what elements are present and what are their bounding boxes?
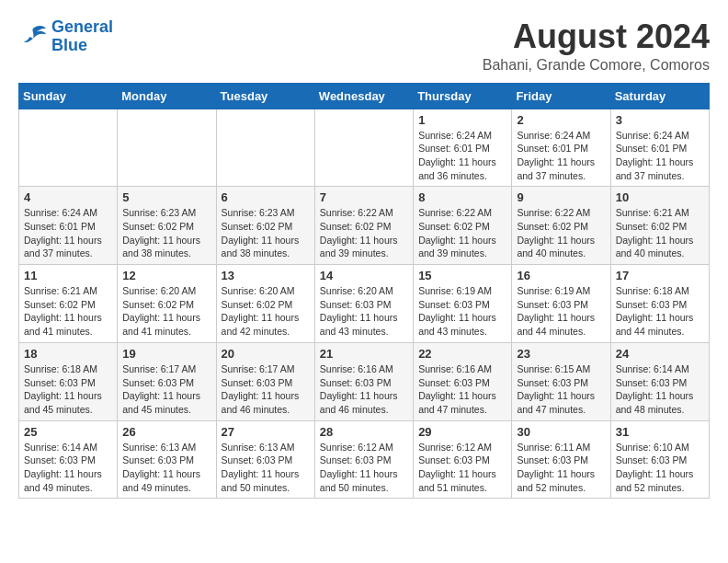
day-detail: Sunrise: 6:24 AM Sunset: 6:01 PM Dayligh… — [418, 129, 506, 183]
calendar-cell: 4Sunrise: 6:24 AM Sunset: 6:01 PM Daylig… — [19, 187, 118, 265]
column-header-friday: Friday — [512, 83, 610, 109]
column-header-thursday: Thursday — [414, 83, 512, 109]
calendar-cell: 1Sunrise: 6:24 AM Sunset: 6:01 PM Daylig… — [414, 109, 512, 187]
day-number: 31 — [616, 425, 704, 439]
calendar-cell: 15Sunrise: 6:19 AM Sunset: 6:03 PM Dayli… — [414, 265, 512, 343]
title-block: August 2024 Bahani, Grande Comore, Comor… — [483, 18, 710, 74]
day-detail: Sunrise: 6:17 AM Sunset: 6:03 PM Dayligh… — [122, 362, 210, 417]
calendar-week-row: 4Sunrise: 6:24 AM Sunset: 6:01 PM Daylig… — [19, 187, 710, 265]
column-header-sunday: Sunday — [19, 83, 118, 109]
calendar-cell: 28Sunrise: 6:12 AM Sunset: 6:03 PM Dayli… — [314, 420, 413, 499]
logo-bird-icon — [18, 22, 48, 52]
calendar-cell: 26Sunrise: 6:13 AM Sunset: 6:03 PM Dayli… — [118, 420, 216, 499]
calendar-cell — [216, 109, 314, 187]
day-detail: Sunrise: 6:16 AM Sunset: 6:03 PM Dayligh… — [320, 362, 408, 417]
calendar-cell: 25Sunrise: 6:14 AM Sunset: 6:03 PM Dayli… — [19, 420, 118, 499]
day-number: 21 — [320, 347, 408, 361]
day-number: 26 — [122, 425, 210, 439]
calendar-cell: 24Sunrise: 6:14 AM Sunset: 6:03 PM Dayli… — [610, 342, 709, 420]
calendar-week-row: 1Sunrise: 6:24 AM Sunset: 6:01 PM Daylig… — [19, 109, 710, 187]
day-number: 6 — [222, 190, 310, 204]
calendar-cell — [19, 109, 118, 187]
day-detail: Sunrise: 6:20 AM Sunset: 6:02 PM Dayligh… — [122, 284, 210, 339]
day-detail: Sunrise: 6:22 AM Sunset: 6:02 PM Dayligh… — [418, 206, 506, 260]
day-number: 23 — [517, 347, 605, 361]
calendar-cell: 27Sunrise: 6:13 AM Sunset: 6:03 PM Dayli… — [216, 420, 314, 499]
day-number: 22 — [418, 347, 506, 361]
calendar-cell: 20Sunrise: 6:17 AM Sunset: 6:03 PM Dayli… — [216, 342, 314, 420]
day-number: 9 — [517, 190, 605, 204]
day-detail: Sunrise: 6:13 AM Sunset: 6:03 PM Dayligh… — [222, 441, 310, 495]
day-number: 14 — [320, 269, 408, 282]
calendar-cell: 22Sunrise: 6:16 AM Sunset: 6:03 PM Dayli… — [414, 342, 512, 420]
column-header-saturday: Saturday — [610, 83, 709, 109]
calendar-cell: 9Sunrise: 6:22 AM Sunset: 6:02 PM Daylig… — [512, 187, 610, 265]
day-detail: Sunrise: 6:24 AM Sunset: 6:01 PM Dayligh… — [24, 206, 112, 260]
calendar-cell — [314, 109, 413, 187]
day-number: 18 — [24, 347, 112, 361]
calendar-header-row: SundayMondayTuesdayWednesdayThursdayFrid… — [19, 83, 710, 109]
calendar-cell — [118, 109, 216, 187]
day-number: 19 — [122, 347, 210, 361]
day-detail: Sunrise: 6:23 AM Sunset: 6:02 PM Dayligh… — [122, 206, 210, 260]
calendar-cell: 29Sunrise: 6:12 AM Sunset: 6:03 PM Dayli… — [414, 420, 512, 499]
calendar-cell: 8Sunrise: 6:22 AM Sunset: 6:02 PM Daylig… — [414, 187, 512, 265]
day-number: 15 — [418, 269, 506, 282]
day-detail: Sunrise: 6:19 AM Sunset: 6:03 PM Dayligh… — [418, 284, 506, 339]
day-number: 1 — [418, 113, 506, 127]
calendar-cell: 13Sunrise: 6:20 AM Sunset: 6:02 PM Dayli… — [216, 265, 314, 343]
calendar-cell: 12Sunrise: 6:20 AM Sunset: 6:02 PM Dayli… — [118, 265, 216, 343]
column-header-tuesday: Tuesday — [216, 83, 314, 109]
day-detail: Sunrise: 6:22 AM Sunset: 6:02 PM Dayligh… — [320, 206, 408, 260]
calendar-cell: 7Sunrise: 6:22 AM Sunset: 6:02 PM Daylig… — [314, 187, 413, 265]
day-detail: Sunrise: 6:22 AM Sunset: 6:02 PM Dayligh… — [517, 206, 605, 260]
location-subtitle: Bahani, Grande Comore, Comoros — [483, 57, 710, 74]
day-number: 25 — [24, 425, 112, 439]
calendar-cell: 5Sunrise: 6:23 AM Sunset: 6:02 PM Daylig… — [118, 187, 216, 265]
day-detail: Sunrise: 6:21 AM Sunset: 6:02 PM Dayligh… — [24, 284, 112, 339]
day-detail: Sunrise: 6:11 AM Sunset: 6:03 PM Dayligh… — [517, 441, 605, 495]
day-number: 28 — [320, 425, 408, 439]
calendar-week-row: 18Sunrise: 6:18 AM Sunset: 6:03 PM Dayli… — [19, 342, 710, 420]
calendar-cell: 18Sunrise: 6:18 AM Sunset: 6:03 PM Dayli… — [19, 342, 118, 420]
day-number: 2 — [517, 113, 605, 127]
day-detail: Sunrise: 6:13 AM Sunset: 6:03 PM Dayligh… — [122, 441, 210, 495]
calendar-cell: 2Sunrise: 6:24 AM Sunset: 6:01 PM Daylig… — [512, 109, 610, 187]
page-header: General Blue August 2024 Bahani, Grande … — [18, 18, 710, 74]
calendar-cell: 11Sunrise: 6:21 AM Sunset: 6:02 PM Dayli… — [19, 265, 118, 343]
calendar-cell: 19Sunrise: 6:17 AM Sunset: 6:03 PM Dayli… — [118, 342, 216, 420]
calendar-cell: 30Sunrise: 6:11 AM Sunset: 6:03 PM Dayli… — [512, 420, 610, 499]
calendar-cell: 10Sunrise: 6:21 AM Sunset: 6:02 PM Dayli… — [610, 187, 709, 265]
day-detail: Sunrise: 6:15 AM Sunset: 6:03 PM Dayligh… — [517, 362, 605, 417]
logo-text: General Blue — [51, 18, 113, 55]
calendar-cell: 3Sunrise: 6:24 AM Sunset: 6:01 PM Daylig… — [610, 109, 709, 187]
day-number: 16 — [517, 269, 605, 282]
calendar-cell: 6Sunrise: 6:23 AM Sunset: 6:02 PM Daylig… — [216, 187, 314, 265]
day-number: 5 — [122, 190, 210, 204]
day-number: 29 — [418, 425, 506, 439]
calendar-cell: 31Sunrise: 6:10 AM Sunset: 6:03 PM Dayli… — [610, 420, 709, 499]
calendar-week-row: 11Sunrise: 6:21 AM Sunset: 6:02 PM Dayli… — [19, 265, 710, 343]
column-header-wednesday: Wednesday — [314, 83, 413, 109]
day-number: 4 — [24, 190, 112, 204]
day-number: 30 — [517, 425, 605, 439]
logo: General Blue — [18, 18, 113, 55]
day-detail: Sunrise: 6:19 AM Sunset: 6:03 PM Dayligh… — [517, 284, 605, 339]
calendar-cell: 16Sunrise: 6:19 AM Sunset: 6:03 PM Dayli… — [512, 265, 610, 343]
logo-line2: Blue — [51, 37, 113, 55]
day-number: 13 — [222, 269, 310, 282]
day-number: 8 — [418, 190, 506, 204]
day-detail: Sunrise: 6:20 AM Sunset: 6:03 PM Dayligh… — [320, 284, 408, 339]
day-number: 12 — [122, 269, 210, 282]
day-number: 27 — [222, 425, 310, 439]
day-number: 10 — [616, 190, 704, 204]
day-detail: Sunrise: 6:20 AM Sunset: 6:02 PM Dayligh… — [222, 284, 310, 339]
month-year-title: August 2024 — [483, 18, 710, 55]
calendar-week-row: 25Sunrise: 6:14 AM Sunset: 6:03 PM Dayli… — [19, 420, 710, 499]
logo-line1: General — [51, 17, 113, 36]
day-detail: Sunrise: 6:14 AM Sunset: 6:03 PM Dayligh… — [616, 362, 704, 417]
day-detail: Sunrise: 6:12 AM Sunset: 6:03 PM Dayligh… — [320, 441, 408, 495]
day-detail: Sunrise: 6:18 AM Sunset: 6:03 PM Dayligh… — [616, 284, 704, 339]
day-number: 7 — [320, 190, 408, 204]
day-number: 3 — [616, 113, 704, 127]
